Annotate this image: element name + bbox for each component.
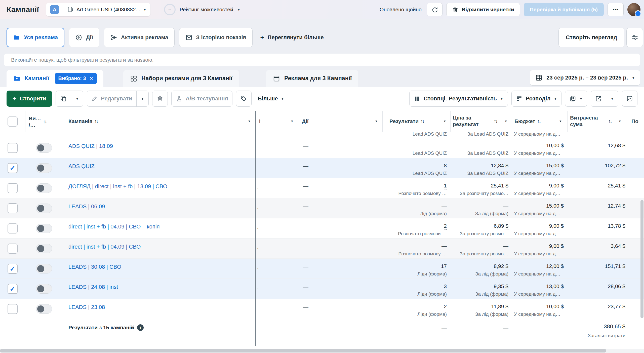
campaign-link[interactable]: LEADS | 30.08 | СВО — [68, 264, 121, 270]
opportunity-score-dropdown[interactable]: -- Рейтинг можливостей ▼ — [164, 4, 240, 15]
column-menu-icon[interactable]: ▼ — [618, 120, 621, 123]
row-checkbox[interactable]: ✓ — [8, 284, 18, 294]
column-actions[interactable]: Дії — [302, 118, 309, 125]
sort-icon[interactable]: ↑↓ — [43, 119, 46, 125]
column-cost[interactable]: Ціна зарезультат — [453, 114, 478, 128]
row-checkbox[interactable] — [8, 183, 18, 193]
info-icon[interactable]: i — [137, 324, 144, 331]
column-menu-icon[interactable]: ▼ — [504, 120, 507, 123]
account-selector[interactable]: A Art Green USD (4080882... ▼ — [46, 3, 150, 16]
tab-ads[interactable]: Реклама для 3 Кампанії — [266, 70, 358, 87]
delete-button[interactable] — [152, 91, 168, 107]
row-checkbox[interactable] — [8, 143, 18, 153]
sort-icon[interactable]: ↑↓ — [608, 119, 612, 124]
column-menu-icon[interactable]: ▼ — [375, 120, 378, 123]
horizontal-scrollbar-thumb[interactable] — [0, 349, 606, 352]
chip-active-ads[interactable]: Активна реклама — [104, 28, 175, 47]
breakdown-button[interactable]: Розподіл ▼ — [511, 91, 562, 107]
sort-icon[interactable]: ↑↓ — [494, 119, 497, 124]
column-onoff[interactable]: Ви…/… ↑↓ — [29, 115, 46, 129]
chip-had-delivery[interactable]: З історією показів — [179, 28, 253, 47]
export-button[interactable] — [591, 91, 606, 106]
column-menu-icon[interactable]: ▼ — [291, 120, 294, 123]
vertical-scrollbar-thumb[interactable] — [640, 200, 643, 318]
discard-drafts-button[interactable]: Відхилити чернетки — [446, 3, 520, 16]
tab-ad-sets[interactable]: Набори реклами для 3 Кампанії — [123, 70, 239, 87]
chip-all-ads[interactable]: Уся реклама — [7, 28, 64, 47]
column-spent[interactable]: Витраченасума — [570, 114, 598, 128]
select-all-checkbox[interactable] — [8, 116, 18, 127]
date-range-picker[interactable]: 23 сер 2025 р. – 23 вер 2025 р. ▼ — [530, 70, 640, 86]
search-input[interactable] — [11, 57, 633, 63]
column-budget[interactable]: Бюджет ↑↓ — [514, 118, 540, 125]
close-icon[interactable]: ✕ — [90, 76, 93, 81]
row-checkbox[interactable] — [8, 223, 18, 233]
campaign-link[interactable]: ADS QUIZ | 18.09 — [68, 143, 113, 149]
edit-button[interactable]: Редагувати — [87, 91, 136, 106]
tag-button[interactable] — [236, 91, 252, 107]
table-row: LEADS | 06.09.——Лід (форма)—За лід (форм… — [0, 198, 644, 218]
charts-button[interactable] — [622, 91, 637, 107]
campaign-link[interactable]: LEADS | 23.08 — [68, 304, 105, 310]
column-results[interactable]: Результати ↑↓ — [389, 118, 424, 125]
row-toggle-cell — [36, 183, 52, 193]
chevron-down-icon: ▼ — [75, 97, 79, 100]
actions-cell: — — [303, 223, 308, 229]
refresh-button[interactable] — [427, 3, 442, 16]
row-toggle[interactable] — [36, 304, 52, 314]
avatar[interactable] — [627, 3, 640, 16]
search-bar[interactable] — [4, 54, 640, 66]
campaign-link[interactable]: ADS QUIZ — [68, 163, 95, 170]
duplicate-caret[interactable]: ▼ — [71, 91, 83, 106]
row-toggle[interactable] — [36, 143, 52, 153]
row-toggle[interactable] — [36, 163, 52, 173]
column-menu-icon[interactable]: ▼ — [248, 120, 251, 123]
chip-actions[interactable]: Дії — [69, 28, 99, 47]
row-checkbox[interactable] — [8, 304, 18, 314]
campaign-link[interactable]: LEADS | 06.09 — [68, 203, 105, 210]
columns-button[interactable]: Стовпці: Результативність ▼ — [409, 91, 508, 107]
edit-caret[interactable]: ▼ — [136, 91, 148, 106]
more-actions-button[interactable]: Більше ▼ — [255, 95, 287, 102]
row-toggle[interactable] — [36, 264, 52, 273]
tab-campaigns[interactable]: Кампанії Вибрано: 3 ✕ — [7, 70, 103, 87]
campaign-link[interactable]: LEADS | 24.08 | inst — [68, 284, 118, 290]
ab-test-button[interactable]: A/B-тестування — [171, 91, 233, 107]
column-campaign[interactable]: Кампанія ↑↓ — [68, 118, 98, 125]
cell-value: 17 — [441, 263, 447, 269]
campaign-link[interactable]: direct | inst + fb | 04.09 | СВО — [68, 244, 141, 250]
sort-icon[interactable]: ↑↓ — [94, 119, 98, 124]
view-settings-button[interactable] — [626, 28, 643, 47]
export-caret[interactable]: ▼ — [606, 91, 618, 106]
row-checkbox[interactable]: ✓ — [8, 264, 18, 274]
campaign-link[interactable]: direct | inst + fb | 04.09 | СВО – копія — [68, 223, 160, 230]
sort-icon[interactable]: ↑↓ — [421, 119, 424, 124]
see-more-button[interactable]: + Переглянути більше — [257, 34, 327, 41]
row-checkbox[interactable] — [8, 244, 18, 254]
sort-up-icon[interactable]: ↑ — [258, 117, 261, 125]
campaign-link[interactable]: ДОГЛЯД | direct | inst + fb | 13.09 | СВ… — [68, 183, 167, 190]
footer-cost: — — [503, 325, 508, 331]
selected-count-badge[interactable]: Вибрано: 3 ✕ — [55, 73, 97, 84]
horizontal-scrollbar[interactable] — [0, 349, 644, 353]
row-toggle[interactable] — [36, 204, 52, 213]
cell-value: 2 — [444, 223, 447, 229]
row-checkbox[interactable]: ✓ — [8, 163, 18, 173]
reports-button[interactable]: ▼ — [565, 91, 587, 107]
row-toggle[interactable] — [36, 244, 52, 253]
duplicate-button[interactable] — [56, 91, 71, 106]
row-toggle[interactable] — [36, 224, 52, 233]
review-publish-button[interactable]: Перевірка й публікація (5) — [524, 3, 604, 16]
create-view-button[interactable]: Створіть перегляд — [558, 28, 624, 47]
row-toggle[interactable] — [36, 183, 52, 193]
export-split-button: ▼ — [591, 91, 618, 107]
clipped-cell: . — [257, 245, 258, 250]
create-button[interactable]: + Створити — [7, 91, 52, 107]
sort-icon[interactable]: ↑↓ — [537, 119, 540, 124]
frozen-pane-divider[interactable] — [255, 111, 256, 346]
row-toggle[interactable] — [36, 284, 52, 294]
column-menu-icon[interactable]: ▼ — [559, 120, 562, 123]
more-options-button[interactable]: ••• — [608, 3, 624, 16]
row-checkbox[interactable] — [8, 203, 18, 213]
column-menu-icon[interactable]: ▼ — [443, 120, 446, 123]
